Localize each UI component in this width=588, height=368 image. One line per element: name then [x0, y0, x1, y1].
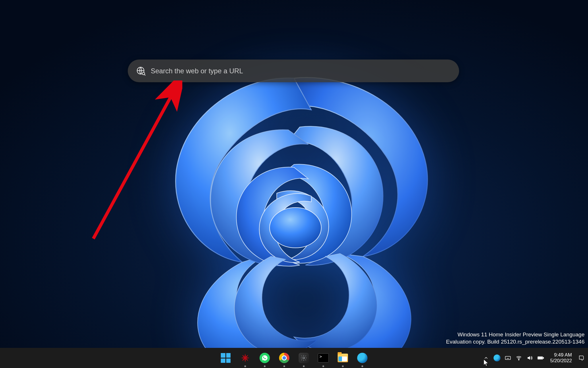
taskbar: 9:49 AM 5/20/2022	[0, 348, 588, 368]
taskbar-system-tray: 9:49 AM 5/20/2022	[482, 348, 588, 368]
svg-point-12	[519, 359, 519, 360]
desktop[interactable]: Windows 11 Home Insider Preview Single L…	[0, 0, 588, 368]
tray-app-edge[interactable]	[493, 354, 501, 362]
taskbar-clock[interactable]: 9:49 AM 5/20/2022	[550, 352, 572, 364]
watermark-line-2: Evaluation copy. Build 25120.rs_prerelea…	[446, 338, 585, 346]
chrome-icon	[279, 353, 289, 363]
gear-icon	[299, 353, 309, 363]
svg-point-0	[270, 208, 321, 248]
taskbar-app-edge[interactable]	[357, 352, 368, 364]
taskbar-app-chrome[interactable]	[278, 352, 290, 364]
taskbar-app-settings[interactable]	[298, 352, 310, 364]
start-button[interactable]	[220, 352, 231, 364]
tray-overflow-chevron[interactable]	[482, 354, 490, 362]
clock-date: 5/20/2022	[550, 358, 572, 364]
taskbar-app-whatsapp[interactable]	[259, 352, 270, 364]
svg-point-2	[142, 72, 145, 75]
tray-volume-icon[interactable]	[526, 354, 533, 362]
desktop-search-bar[interactable]	[128, 60, 459, 82]
wallpaper-bloom	[93, 55, 495, 368]
windows-watermark: Windows 11 Home Insider Preview Single L…	[446, 331, 585, 346]
watermark-line-1: Windows 11 Home Insider Preview Single L…	[446, 331, 585, 338]
svg-rect-14	[543, 357, 544, 359]
tray-wifi-icon[interactable]	[515, 354, 523, 362]
file-explorer-icon	[338, 354, 348, 362]
svg-rect-6	[505, 356, 510, 360]
edge-icon	[494, 354, 500, 361]
search-web-icon	[136, 66, 146, 76]
taskbar-app-terminal[interactable]	[318, 352, 329, 364]
whatsapp-icon	[260, 353, 270, 363]
edge-icon	[357, 353, 368, 363]
huawei-icon	[240, 353, 250, 363]
svg-rect-15	[538, 357, 542, 359]
desktop-search-input[interactable]	[150, 67, 450, 75]
clock-time: 9:49 AM	[550, 352, 572, 358]
tray-battery-icon[interactable]	[537, 354, 544, 362]
windows-logo-icon	[221, 353, 231, 363]
taskbar-center-apps	[220, 348, 368, 368]
tray-notifications-icon[interactable]	[578, 354, 585, 362]
tray-touch-keyboard[interactable]	[504, 354, 512, 362]
svg-point-5	[303, 357, 305, 359]
taskbar-app-huawei[interactable]	[239, 352, 251, 364]
terminal-icon	[318, 353, 329, 363]
svg-line-3	[144, 74, 145, 75]
taskbar-app-file-explorer[interactable]	[337, 352, 349, 364]
